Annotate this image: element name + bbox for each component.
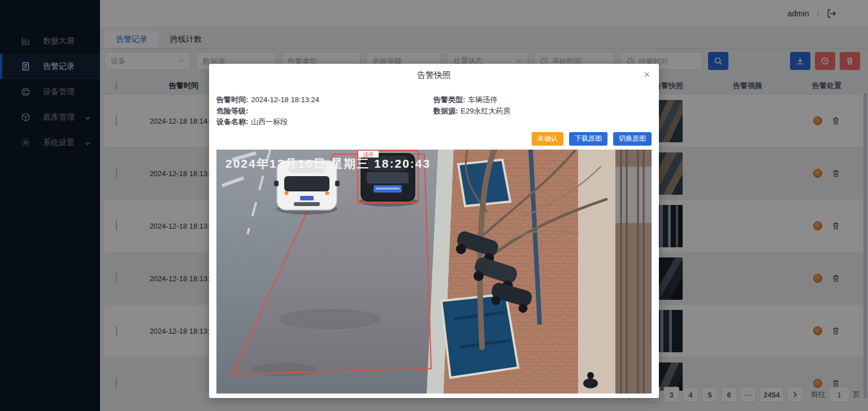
alarm-type-value: 车辆违停 (468, 94, 497, 106)
pavement-strip (578, 150, 615, 393)
camera-timestamp: 2024年12月18日 星期三 18:20:43 (225, 157, 431, 170)
building-wall (615, 150, 652, 393)
surveillance-scene: 违停 2024年12月18日 星期三 18:20:43 (216, 150, 652, 393)
alarm-type-label: 告警类型: (433, 94, 465, 106)
alarm-time-label: 告警时间: (216, 94, 248, 106)
unconfirmed-button[interactable]: 未确认 (532, 132, 563, 146)
datasource-label: 数据源: (433, 106, 458, 117)
device-name-label: 设备名称: (216, 116, 248, 128)
modal-buttons: 未确认 下载原图 切换原图 (209, 128, 659, 146)
risk-level-label: 危险等级: (216, 106, 248, 117)
alarm-snapshot-modal: 告警快照 × 告警时间: 2024-12-18 18:13:24 危险等级: 设… (209, 64, 659, 398)
datasource-value: E29永红大药房 (461, 106, 510, 117)
modal-info: 告警时间: 2024-12-18 18:13:24 危险等级: 设备名称: 山西… (209, 86, 659, 128)
switch-original-button[interactable]: 切换原图 (613, 132, 652, 146)
modal-header: 告警快照 × (209, 64, 659, 86)
download-original-button[interactable]: 下载原图 (569, 132, 607, 146)
device-name-value: 山西一标段 (251, 116, 288, 128)
bbox-label: 违停 (363, 151, 374, 157)
close-icon[interactable]: × (644, 69, 650, 80)
snapshot-image: 违停 2024年12月18日 星期三 18:20:43 (216, 150, 652, 393)
modal-title: 告警快照 (417, 70, 451, 81)
alarm-time-value: 2024-12-18 18:13:24 (251, 94, 319, 106)
